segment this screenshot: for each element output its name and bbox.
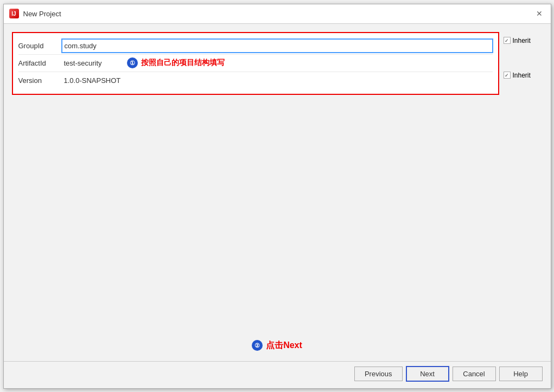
previous-button[interactable]: Previous (354, 367, 403, 381)
close-button[interactable]: ✕ (533, 8, 545, 20)
version-inherit-row: ✓ Inherit (504, 67, 543, 84)
groupid-row: GroupId (18, 37, 493, 55)
button-bar: Previous Next Cancel Help (4, 361, 551, 388)
body-spacer (12, 100, 543, 335)
version-input[interactable] (62, 74, 493, 87)
version-row: Version (18, 72, 493, 89)
step2-badge: ② (252, 340, 263, 351)
groupid-label: GroupId (18, 42, 62, 50)
help-button[interactable]: Help (499, 367, 543, 381)
version-inherit-checkbox[interactable]: ✓ (504, 72, 511, 79)
form-section-wrapper: GroupId ArtifactId ① 按照自己的项目结构填写 (12, 32, 499, 100)
title-bar-left: IJ New Project (9, 9, 61, 18)
cancel-button[interactable]: Cancel (453, 367, 496, 381)
form-section: GroupId ArtifactId ① 按照自己的项目结构填写 (12, 32, 499, 95)
app-icon: IJ (9, 9, 19, 18)
dialog-body: GroupId ArtifactId ① 按照自己的项目结构填写 (4, 24, 551, 361)
version-label: Version (18, 76, 62, 85)
artifactid-spacer (504, 49, 543, 67)
groupid-input[interactable] (62, 39, 493, 53)
step2-text: 点击Next (266, 340, 302, 351)
groupid-inherit-row: ✓ Inherit (504, 32, 543, 49)
inherit-checkboxes: ✓ Inherit ✓ Inherit (499, 32, 543, 84)
form-area: GroupId ArtifactId ① 按照自己的项目结构填写 (12, 32, 543, 100)
version-inherit-label: Inherit (513, 72, 531, 79)
step1-text: 按照自己的项目结构填写 (141, 58, 225, 68)
next-button[interactable]: Next (406, 366, 449, 382)
new-project-dialog: IJ New Project ✕ GroupId ArtifactId (3, 4, 551, 389)
groupid-inherit-label: Inherit (513, 37, 531, 44)
title-bar: IJ New Project ✕ (4, 4, 551, 24)
step1-annotation: ① 按照自己的项目结构填写 (127, 57, 225, 68)
step1-badge: ① (127, 57, 138, 68)
window-title: New Project (23, 10, 61, 18)
groupid-inherit-checkbox[interactable]: ✓ (504, 37, 511, 44)
step2-annotation: ② 点击Next (12, 335, 543, 351)
artifactid-row: ArtifactId ① 按照自己的项目结构填写 (18, 55, 493, 72)
artifactid-label: ArtifactId (18, 59, 62, 67)
